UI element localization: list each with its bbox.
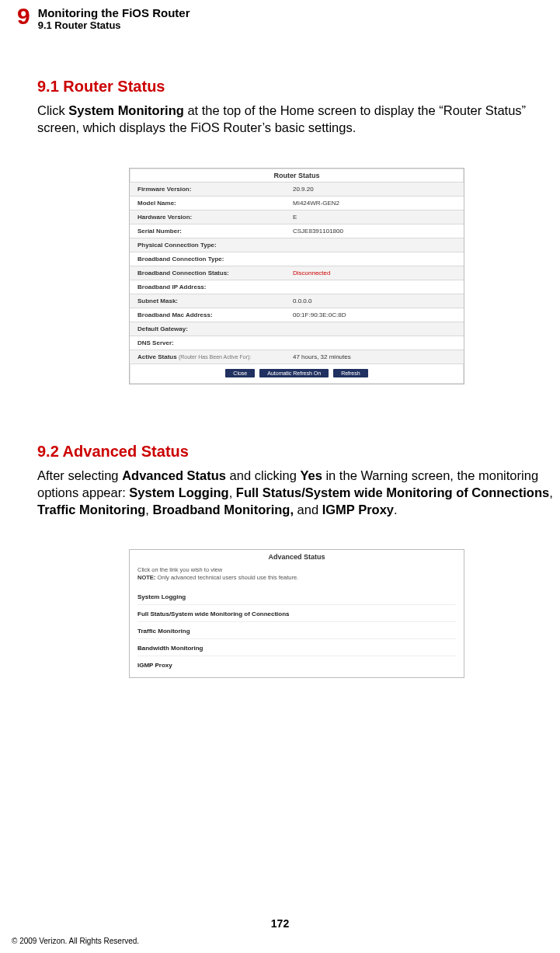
link-system-logging[interactable]: System Logging: [137, 588, 456, 603]
refresh-button[interactable]: Refresh: [333, 369, 368, 377]
page-number: 172: [0, 917, 560, 930]
link-full-status[interactable]: Full Status/System wide Monitoring of Co…: [137, 604, 456, 620]
router-status-buttons: Close Automatic Refresh On Refresh: [130, 363, 464, 384]
section-heading: 9.1 Router Status: [38, 19, 190, 31]
advanced-status-note: Click on the link you wish to view NOTE:…: [137, 566, 456, 582]
advanced-status-screenshot: Advanced Status Click on the link you wi…: [129, 549, 464, 678]
section-9-2-paragraph: After selecting Advanced Status and clic…: [37, 467, 556, 519]
page-header: 9 Monitoring the FiOS Router 9.1 Router …: [0, 6, 560, 31]
chapter-title: Monitoring the FiOS Router: [38, 6, 190, 19]
link-igmp-proxy[interactable]: IGMP Proxy: [137, 656, 456, 671]
chapter-number: 9: [17, 5, 30, 28]
router-status-screenshot: Router Status Firmware Version:20.9.20 M…: [129, 168, 464, 384]
advanced-status-title: Advanced Status: [130, 550, 464, 563]
close-button[interactable]: Close: [225, 369, 255, 377]
section-9-1-paragraph: Click System Monitoring at the top of th…: [37, 102, 556, 137]
link-bandwidth-monitoring[interactable]: Bandwidth Monitoring: [137, 638, 456, 654]
copyright: © 2009 Verizon. All Rights Reserved.: [12, 937, 139, 945]
router-status-title: Router Status: [130, 169, 464, 182]
auto-refresh-button[interactable]: Automatic Refresh On: [259, 369, 329, 377]
link-traffic-monitoring[interactable]: Traffic Monitoring: [137, 621, 456, 637]
section-title-9-1: 9.1 Router Status: [37, 78, 556, 96]
section-title-9-2: 9.2 Advanced Status: [37, 443, 556, 461]
